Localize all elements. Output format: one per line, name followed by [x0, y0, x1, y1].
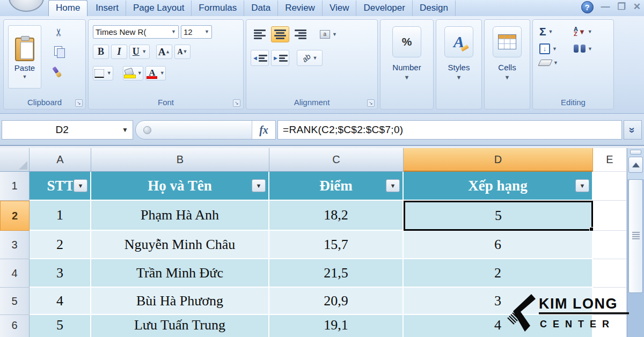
paste-button[interactable]: Paste ▼: [8, 25, 41, 89]
row-header-5[interactable]: 5: [0, 288, 30, 315]
cell-e3[interactable]: [593, 231, 627, 259]
insert-function-button[interactable]: fx: [252, 121, 275, 139]
autosum-button[interactable]: Σ▼: [539, 25, 574, 38]
fill-color-button[interactable]: ▼: [123, 66, 143, 80]
row-header-3[interactable]: 3: [0, 231, 30, 259]
increase-indent-button[interactable]: ►: [271, 50, 289, 66]
styles-dropdown-icon[interactable]: ▼: [456, 74, 462, 80]
selected-cell-d2[interactable]: 5: [404, 201, 593, 231]
clipboard-dialog-launcher-icon[interactable]: ↘: [75, 99, 83, 107]
filter-dropdown-icon[interactable]: ▼: [252, 179, 266, 192]
row-header-4[interactable]: 4: [0, 259, 30, 288]
align-right-button[interactable]: [291, 26, 310, 42]
underline-dropdown-icon[interactable]: ▼: [142, 49, 147, 54]
column-header-c[interactable]: C: [269, 148, 404, 172]
find-dropdown-icon[interactable]: ▼: [588, 47, 592, 52]
tab-developer[interactable]: Developer: [356, 1, 413, 16]
header-cell-stt[interactable]: STT ▼: [30, 172, 91, 201]
tab-formulas[interactable]: Formulas: [192, 1, 244, 16]
number-dropdown-icon[interactable]: ▼: [404, 74, 410, 80]
cell-a3[interactable]: 2: [30, 231, 91, 259]
filter-dropdown-icon[interactable]: ▼: [74, 179, 87, 192]
select-all-corner[interactable]: [0, 148, 30, 172]
cell-c4[interactable]: 21,5: [269, 259, 404, 288]
minimize-button[interactable]: —: [601, 2, 610, 12]
cell-a5[interactable]: 4: [30, 288, 91, 315]
tab-page-layout[interactable]: Page Layout: [126, 1, 192, 16]
borders-dropdown-icon[interactable]: ▼: [107, 71, 112, 76]
tab-insert[interactable]: Insert: [89, 1, 126, 16]
row-header-2[interactable]: 2: [0, 201, 30, 231]
cell-e1[interactable]: [593, 172, 627, 201]
header-cell-hovaten[interactable]: Họ và Tên ▼: [91, 172, 269, 201]
shrink-font-button[interactable]: A▼: [174, 45, 191, 59]
name-box[interactable]: D2 ▼: [2, 120, 133, 140]
font-color-dropdown-icon[interactable]: ▼: [160, 71, 165, 76]
merge-center-button[interactable]: a ▼: [319, 26, 338, 42]
alignment-dialog-launcher-icon[interactable]: ↘: [367, 99, 375, 107]
font-dialog-launcher-icon[interactable]: ↘: [233, 99, 240, 107]
header-cell-diem[interactable]: Điểm ▼: [269, 172, 404, 201]
font-size-dropdown-icon[interactable]: ▼: [204, 30, 209, 34]
cell-b2[interactable]: Phạm Hà Anh: [91, 201, 269, 231]
formula-bar-expand-button[interactable]: »: [624, 120, 642, 140]
filter-dropdown-icon[interactable]: ▼: [386, 179, 400, 192]
clear-dropdown-icon[interactable]: ▼: [553, 61, 558, 65]
office-button[interactable]: [9, 0, 44, 12]
cell-c5[interactable]: 20,9: [269, 288, 404, 315]
styles-button[interactable]: A: [444, 26, 473, 57]
orientation-button[interactable]: ab ▼: [297, 50, 323, 66]
font-name-combo[interactable]: Times New R( ▼: [93, 25, 179, 39]
align-left-button[interactable]: [251, 26, 269, 42]
scroll-up-icon[interactable]: [628, 157, 643, 173]
underline-button[interactable]: U ▼: [129, 45, 150, 59]
cell-b5[interactable]: Bùi Hà Phương: [91, 288, 269, 315]
name-box-dropdown-icon[interactable]: ▼: [122, 127, 128, 133]
help-icon[interactable]: ?: [581, 1, 594, 13]
cell-e4[interactable]: [593, 259, 627, 288]
grow-font-button[interactable]: A▼: [156, 45, 172, 59]
cell-a2[interactable]: 1: [30, 201, 91, 231]
align-center-button[interactable]: [271, 26, 289, 42]
borders-button[interactable]: ▼: [93, 66, 113, 80]
cell-b4[interactable]: Trần Minh Đức: [91, 259, 269, 288]
clear-button[interactable]: ▼: [539, 60, 574, 66]
column-header-e[interactable]: E: [593, 148, 627, 172]
fill-button[interactable]: ↓▼: [539, 43, 574, 54]
fill-color-dropdown-icon[interactable]: ▼: [137, 71, 142, 76]
close-button[interactable]: ✕: [633, 2, 641, 12]
merge-dropdown-icon[interactable]: ▼: [332, 32, 337, 37]
italic-button[interactable]: I: [111, 45, 127, 59]
scrollbar-thumb[interactable]: [628, 179, 643, 293]
formula-input[interactable]: =RANK(C2;$C$2:$C$7;0): [277, 120, 622, 140]
column-header-a[interactable]: A: [30, 148, 91, 172]
cells-button[interactable]: [493, 26, 522, 57]
cell-a4[interactable]: 3: [30, 259, 91, 288]
cell-c6[interactable]: 19,1: [269, 315, 404, 337]
font-color-button[interactable]: A ▼: [145, 66, 166, 80]
cell-e2[interactable]: [593, 201, 627, 231]
find-select-button[interactable]: ▼: [574, 43, 608, 54]
decrease-indent-button[interactable]: ◄: [251, 50, 269, 66]
cell-b6[interactable]: Lưu Tuấn Trung: [91, 315, 269, 337]
tab-data[interactable]: Data: [244, 1, 278, 16]
copy-button[interactable]: [50, 45, 68, 58]
cut-button[interactable]: ✂: [50, 25, 68, 39]
bold-button[interactable]: B: [93, 45, 109, 59]
sort-filter-button[interactable]: AZ ▼ ▼: [574, 25, 608, 38]
cell-a6[interactable]: 5: [30, 315, 91, 337]
cell-b3[interactable]: Nguyễn Minh Châu: [91, 231, 269, 259]
orientation-dropdown-icon[interactable]: ▼: [313, 56, 318, 61]
autosum-dropdown-icon[interactable]: ▼: [548, 30, 553, 34]
cell-d4[interactable]: 2: [404, 259, 593, 288]
cell-c3[interactable]: 15,7: [269, 231, 404, 259]
paste-dropdown-icon[interactable]: ▼: [23, 75, 27, 79]
row-header-1[interactable]: 1: [0, 172, 30, 201]
tab-view[interactable]: View: [323, 1, 357, 16]
split-handle[interactable]: [630, 150, 641, 155]
sort-dropdown-icon[interactable]: ▼: [588, 30, 592, 34]
restore-button[interactable]: ❐: [618, 2, 626, 12]
format-painter-button[interactable]: [50, 64, 68, 78]
row-header-6[interactable]: 6: [0, 315, 30, 337]
header-cell-xephang[interactable]: Xếp hạng ▼: [404, 172, 593, 201]
